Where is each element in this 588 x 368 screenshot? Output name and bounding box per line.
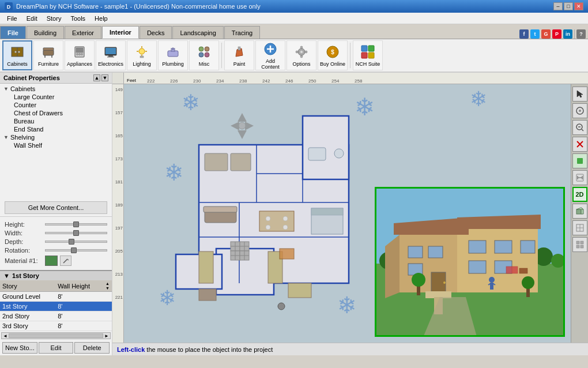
measure-icon <box>575 173 585 182</box>
rotation-slider[interactable] <box>45 249 107 251</box>
toolbar-plumbing[interactable]: Plumbing <box>158 40 188 70</box>
svg-point-14 <box>79 54 81 55</box>
story-row-2nd[interactable]: 2nd Story 8' <box>0 311 112 321</box>
menu-edit[interactable]: Edit <box>22 14 42 23</box>
delete-story-button[interactable]: Delete <box>74 342 110 354</box>
twitter-icon[interactable]: t <box>530 29 540 39</box>
material-edit-button[interactable] <box>60 256 71 266</box>
story-scroll-down-btn[interactable]: ▼ <box>105 286 110 290</box>
help-icon[interactable]: ? <box>576 29 586 39</box>
toolbar-lighting[interactable]: Lighting <box>127 40 157 70</box>
svg-marker-149 <box>576 208 583 209</box>
scroll-right-icon[interactable]: ► <box>104 333 109 339</box>
panel-scroll-down[interactable]: ▼ <box>101 74 108 81</box>
misc-label: Misc <box>199 61 210 67</box>
edit-story-button[interactable]: Edit <box>39 342 74 354</box>
pinterest-icon[interactable]: P <box>552 29 561 39</box>
tab-interior[interactable]: Interior <box>102 26 139 39</box>
toolbar-appliances[interactable]: Appliances <box>65 40 95 70</box>
cursor-tool-button[interactable] <box>572 87 587 102</box>
grid-icon <box>575 240 585 249</box>
width-slider[interactable] <box>45 232 107 234</box>
story-row-1st[interactable]: 1st Story 8' <box>0 302 112 311</box>
measure-tool-button[interactable] <box>572 170 587 185</box>
tree-item-end-stand[interactable]: End Stand <box>1 125 111 133</box>
panel-scroll-up[interactable]: ▲ <box>93 74 100 81</box>
rm-242: 242 <box>262 78 270 84</box>
window-controls[interactable]: – □ ✕ <box>553 2 583 10</box>
facebook-icon[interactable]: f <box>519 29 529 39</box>
close-button[interactable]: ✕ <box>574 2 583 10</box>
tab-landscaping[interactable]: Landscaping <box>172 26 223 39</box>
tree-item-bureau[interactable]: Bureau <box>1 117 111 125</box>
3d-tool-button[interactable] <box>572 204 587 219</box>
tree-item-chest-of-drawers[interactable]: Chest of Drawers <box>1 109 111 117</box>
status-left-click: Left-click <box>117 346 145 353</box>
story-horizontal-scrollbar[interactable]: ◄ ► <box>1 332 111 339</box>
minimize-button[interactable]: – <box>553 2 563 10</box>
tab-file[interactable]: File <box>0 26 26 39</box>
tree-item-wall-shelf[interactable]: Wall Shelf <box>1 141 111 149</box>
grid-tool-button[interactable] <box>572 237 587 252</box>
tab-decks[interactable]: Decks <box>140 26 172 39</box>
floor-plan-tool-button[interactable] <box>572 220 587 235</box>
scroll-track[interactable] <box>9 333 103 338</box>
new-story-button[interactable]: New Sto... <box>2 342 37 354</box>
furniture-icon <box>40 44 56 60</box>
canvas-viewport[interactable]: ❄ ❄ ❄ ❄ ❄ ❄ ❄ <box>124 84 571 343</box>
tree-item-counter[interactable]: Counter <box>1 101 111 109</box>
width-label: Width: <box>5 230 45 236</box>
svg-rect-93 <box>280 249 294 259</box>
zoom-tool-button[interactable] <box>572 120 587 135</box>
toolbar-paint[interactable]: Paint <box>224 40 254 70</box>
linkedin-icon[interactable]: in <box>563 29 572 39</box>
scroll-left-icon[interactable]: ◄ <box>3 333 7 339</box>
svg-rect-19 <box>107 57 114 58</box>
2d-view-button[interactable]: 2D <box>572 187 587 202</box>
menu-file[interactable]: File <box>2 14 22 23</box>
toolbar-misc[interactable]: Misc <box>189 40 219 70</box>
toolbar-buy-online[interactable]: $ Buy Online <box>318 40 348 70</box>
menu-help[interactable]: Help <box>90 14 112 23</box>
svg-rect-64 <box>203 206 237 212</box>
story-row-1st-scroll <box>103 302 112 311</box>
google-icon[interactable]: G <box>541 29 551 39</box>
height-slider[interactable] <box>45 223 107 226</box>
maximize-button[interactable]: □ <box>564 2 573 10</box>
tab-exterior[interactable]: Exterior <box>65 26 101 39</box>
rotation-label: Rotation: <box>5 247 45 254</box>
toolbar-options[interactable]: Options <box>287 40 316 70</box>
svg-marker-90 <box>231 122 239 130</box>
tree-category-cabinets[interactable]: ▼ Cabinets <box>1 85 111 93</box>
toolbar-furniture[interactable]: Furniture <box>33 40 63 70</box>
story-header[interactable]: ▼ 1st Story <box>0 271 112 280</box>
story-row-3rd[interactable]: 3rd Story 8' <box>0 321 112 331</box>
tree-item-large-counter[interactable]: Large Counter <box>1 93 111 101</box>
story-scroll-up-btn[interactable]: ▲ <box>105 281 110 286</box>
svg-text:$: $ <box>331 49 334 55</box>
depth-slider[interactable] <box>45 241 107 243</box>
story-row-ground[interactable]: Ground Level 8' <box>0 292 112 302</box>
electronics-icon <box>103 44 119 60</box>
tree-category-shelving[interactable]: ▼ Shelving <box>1 133 111 141</box>
tab-building[interactable]: Building <box>27 26 64 39</box>
menu-story[interactable]: Story <box>42 14 66 23</box>
toolbar-electronics[interactable]: Electronics <box>96 40 126 70</box>
get-more-content-button[interactable]: Get More Content... <box>5 201 107 214</box>
story-table: Story Wall Height ▲ ▼ Gr <box>0 280 112 331</box>
tab-tracing[interactable]: Tracing <box>224 26 260 39</box>
material-color-swatch[interactable] <box>45 256 58 266</box>
orbit-tool-button[interactable] <box>572 103 587 118</box>
ruler-marks-top: Feet 222 226 230 234 238 242 246 250 254… <box>124 73 588 84</box>
toolbar-add-content[interactable]: Add Content <box>255 40 285 70</box>
toolbar-cabinets[interactable]: Cabinets <box>2 40 32 70</box>
svg-point-28 <box>172 49 174 50</box>
toolbar-nch-suite[interactable]: NCH Suite <box>353 40 383 70</box>
paint-tool-button[interactable] <box>572 153 587 168</box>
delete-tool-button[interactable] <box>572 137 587 152</box>
menu-tools[interactable]: Tools <box>66 14 90 23</box>
tree-item-label: Wall Shelf <box>14 142 42 149</box>
svg-point-6 <box>18 51 20 53</box>
svg-point-68 <box>266 225 270 230</box>
svg-rect-12 <box>76 48 83 52</box>
